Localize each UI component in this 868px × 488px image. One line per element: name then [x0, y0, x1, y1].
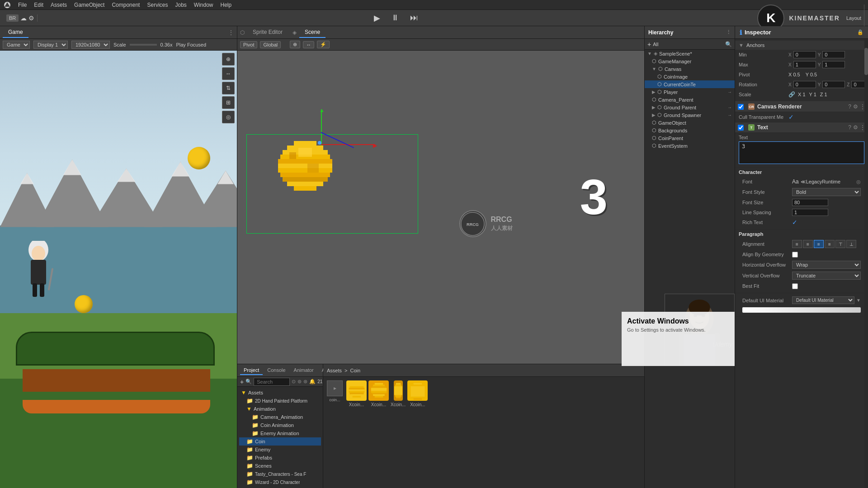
sprite-frame-2[interactable]: Xcoin...: [368, 380, 389, 407]
h-canvas[interactable]: ▼ ⬡ Canvas: [645, 65, 735, 73]
project-tab[interactable]: Project: [240, 366, 263, 375]
h-ground-spawner[interactable]: ▶ ⬡ Ground Spawner →: [645, 111, 735, 119]
filter-btn-3[interactable]: ⊛: [303, 379, 307, 385]
cull-checkbox[interactable]: ✓: [788, 113, 794, 121]
inspector-lock[interactable]: 🔒: [857, 29, 863, 35]
best-fit-check[interactable]: [792, 283, 798, 289]
text-settings-btn[interactable]: ⚙: [853, 124, 858, 131]
folder-wizard[interactable]: 📁 Wizard - 2D Character: [239, 478, 321, 486]
text-content-input[interactable]: 3: [739, 141, 864, 164]
h-coin-image[interactable]: ⬡ CoinImage: [645, 73, 735, 80]
step-button[interactable]: ⏭: [408, 13, 420, 23]
folder-scenes[interactable]: 📁 Scenes: [239, 462, 321, 470]
sprite-editor-tab[interactable]: Sprite Editor: [247, 27, 288, 38]
overlay-btn-3[interactable]: ⇅: [222, 82, 235, 94]
max-x-input[interactable]: [793, 61, 816, 68]
menu-edit[interactable]: Edit: [34, 2, 43, 8]
pivot-btn[interactable]: Pivot: [240, 41, 257, 48]
h-backgrounds[interactable]: ⬡ Backgrounds: [645, 127, 735, 134]
console-tab[interactable]: Console: [264, 366, 289, 375]
canvas-renderer-enable[interactable]: [738, 104, 744, 110]
menu-help[interactable]: Help: [221, 2, 232, 8]
align-justify[interactable]: ≡: [825, 240, 835, 248]
layout-label[interactable]: Layout: [846, 15, 861, 21]
hierarchy-add-btn[interactable]: +: [647, 41, 651, 48]
menu-file[interactable]: File: [18, 2, 27, 8]
inspector-scrollbar-thumb[interactable]: [864, 48, 868, 75]
min-x-input[interactable]: [793, 51, 816, 58]
h-coin-parent[interactable]: ⬡ CoinParent: [645, 134, 735, 142]
min-y-input[interactable]: [822, 51, 845, 58]
sprite-frame-1[interactable]: Xcoin...: [346, 380, 367, 407]
toolbar-btn-2[interactable]: ↔: [303, 41, 314, 48]
folder-coin[interactable]: 📁 Coin: [239, 437, 321, 446]
display-select[interactable]: Display 1: [33, 41, 68, 49]
h-event-system[interactable]: ⬡ EventSystem: [645, 142, 735, 150]
v-overflow-select[interactable]: Truncate Overflow: [792, 272, 861, 280]
folder-2d-platform[interactable]: 📁 2D Hand Painted Platform: [239, 397, 321, 405]
font-style-select[interactable]: Bold Normal Italic Bold Italic: [792, 188, 861, 196]
h-search[interactable]: 🔍: [725, 41, 732, 47]
folder-animation[interactable]: ▼ Animation: [239, 405, 321, 413]
h-sample-scene[interactable]: ▼ ◈ SampleScene*: [645, 50, 735, 57]
h-gameobject[interactable]: ⬡ GameObject: [645, 119, 735, 127]
rich-text-checkbox[interactable]: ✓: [792, 219, 797, 226]
folder-camera-anim[interactable]: 📁 Camera_Animation: [239, 413, 321, 421]
play-focused-label[interactable]: Play Focused: [176, 42, 206, 47]
global-btn[interactable]: Global: [260, 41, 281, 48]
color-gradient-bar[interactable]: [742, 307, 861, 313]
folder-coin-anim[interactable]: 📁 Coin Animation: [239, 421, 321, 429]
game-tab[interactable]: Game: [3, 27, 28, 38]
folder-packages[interactable]: ▶ Packages: [239, 486, 321, 488]
settings-icon[interactable]: ⚙: [28, 14, 34, 22]
add-btn[interactable]: +: [240, 378, 244, 385]
play-button[interactable]: ▶: [372, 13, 382, 23]
text-enable[interactable]: [738, 125, 744, 131]
menu-jobs[interactable]: Jobs: [175, 2, 186, 8]
text-help-btn[interactable]: ?: [848, 124, 851, 131]
cr-help-btn[interactable]: ?: [848, 103, 851, 110]
breadcrumb-assets[interactable]: Assets: [327, 368, 342, 373]
align-left[interactable]: ≡: [792, 240, 802, 248]
align-by-geo-check[interactable]: [792, 252, 798, 258]
overlay-btn-2[interactable]: ↔: [222, 67, 235, 80]
game-panel-menu[interactable]: ⋮: [228, 29, 234, 36]
account-badge[interactable]: BR: [6, 14, 19, 22]
overlay-btn-1[interactable]: ⊕: [222, 53, 235, 66]
sprite-frame-3[interactable]: Xcoin...: [391, 380, 406, 407]
folder-tasty[interactable]: 📁 Tasty_Characters - Sea F: [239, 470, 321, 478]
folder-prefabs[interactable]: 📁 Prefabs: [239, 454, 321, 462]
overlay-btn-4[interactable]: ⊞: [222, 96, 235, 109]
game-display-select[interactable]: Game: [3, 41, 30, 49]
menu-component[interactable]: Component: [112, 2, 140, 8]
menu-window[interactable]: Window: [194, 2, 213, 8]
h-overflow-select[interactable]: Wrap Overflow: [792, 261, 861, 269]
menu-services[interactable]: Services: [147, 2, 168, 8]
pause-button[interactable]: ⏸: [389, 13, 401, 23]
menu-assets[interactable]: Assets: [51, 2, 67, 8]
anchors-toggle[interactable]: ▼: [739, 42, 744, 48]
rot-y-input[interactable]: [822, 81, 845, 88]
project-search[interactable]: [254, 378, 290, 386]
align-top[interactable]: ⊤: [835, 240, 845, 248]
scale-slider[interactable]: [130, 44, 157, 46]
line-spacing-input[interactable]: [792, 209, 828, 216]
align-right[interactable]: ≡: [814, 240, 824, 248]
folder-enemy[interactable]: 📁 Enemy: [239, 446, 321, 454]
overlay-btn-5[interactable]: ◎: [222, 111, 235, 123]
scene-tab[interactable]: Scene: [299, 27, 326, 38]
default-mat-select[interactable]: Default UI Material: [792, 296, 854, 304]
hierarchy-menu[interactable]: ⋮: [726, 29, 731, 35]
inspector-scrollbar[interactable]: [864, 39, 868, 488]
cr-settings-btn[interactable]: ⚙: [853, 103, 858, 110]
filter-btn-4[interactable]: 🔔: [309, 379, 316, 385]
font-select-btn[interactable]: ◎: [856, 179, 861, 185]
toolbar-btn-1[interactable]: ⊕: [290, 41, 300, 48]
folder-assets[interactable]: ▼ Assets: [239, 389, 321, 397]
rot-x-input[interactable]: [793, 81, 816, 88]
menu-gameobject[interactable]: GameObject: [74, 2, 104, 8]
align-middle[interactable]: ⊥: [846, 240, 856, 248]
h-camera-parent[interactable]: ⬡ Camera_Parent: [645, 96, 735, 103]
h-current-coin-text[interactable]: ⬡ CurrentCoinTe: [645, 80, 735, 88]
filter-btn-1[interactable]: ⊙: [292, 379, 296, 385]
